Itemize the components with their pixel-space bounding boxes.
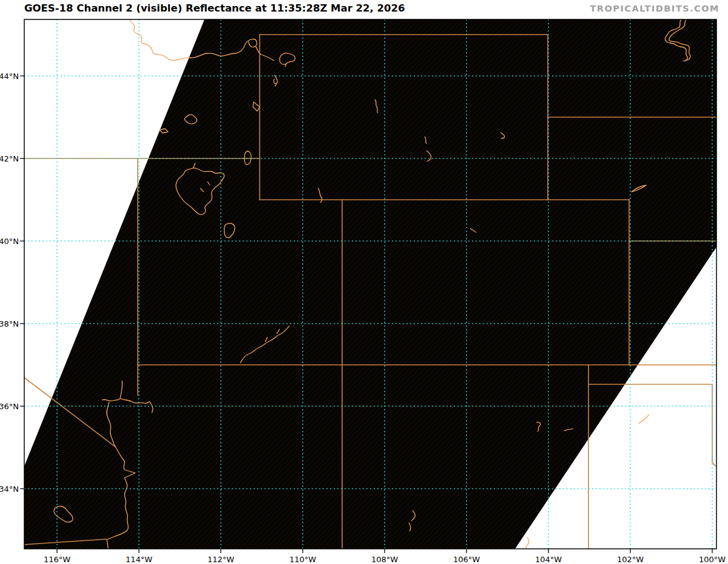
- lon-label: 104°W: [535, 555, 562, 564]
- lat-label: 44°N: [0, 72, 19, 81]
- lon-label: 102°W: [617, 555, 644, 564]
- satellite-map-figure: GOES-18 Channel 2 (visible) Reflectance …: [0, 0, 728, 564]
- bottom-axis-ticks: [57, 549, 712, 553]
- left-axis-ticks: [20, 76, 24, 489]
- lat-label: 34°N: [0, 484, 19, 494]
- lat-label: 42°N: [0, 154, 19, 163]
- lon-label: 112°W: [207, 555, 234, 564]
- map-canvas: 44°N 42°N 40°N 38°N 36°N 34°N 116°W 114°…: [0, 0, 728, 564]
- lon-label: 110°W: [289, 555, 316, 564]
- lat-label: 38°N: [0, 319, 19, 328]
- lat-label: 36°N: [0, 402, 19, 411]
- satellite-data-region: [24, 19, 716, 549]
- lat-label: 40°N: [0, 237, 19, 246]
- lake-meredith: [639, 415, 649, 424]
- lon-label: 116°W: [44, 555, 70, 564]
- latitude-tick-labels: 44°N 42°N 40°N 38°N 36°N 34°N: [0, 72, 19, 494]
- imagery-black-polygon: [24, 19, 716, 549]
- lon-label: 100°W: [699, 555, 726, 564]
- longitude-tick-labels: 116°W 114°W 112°W 110°W 108°W 106°W 104°…: [44, 555, 726, 564]
- lon-label: 114°W: [126, 555, 152, 564]
- lon-label: 106°W: [453, 555, 480, 564]
- lon-label: 108°W: [371, 555, 398, 564]
- pecos-river: [526, 537, 529, 548]
